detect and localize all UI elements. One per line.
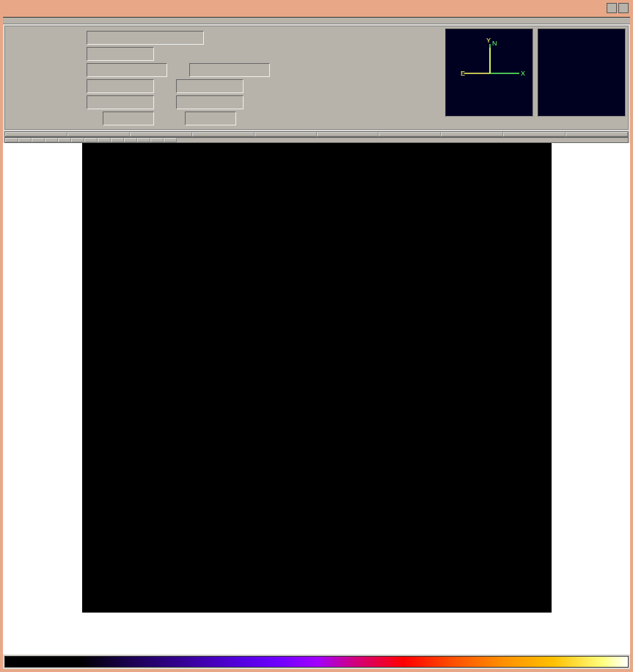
btn-zoom[interactable] [317, 132, 379, 136]
info-panel: N E Y X [4, 26, 629, 130]
btn-log[interactable] [18, 138, 32, 142]
physical-y [176, 79, 244, 93]
button-bar-scale [4, 137, 629, 143]
image-y [176, 95, 244, 109]
btn-zscale[interactable] [150, 138, 164, 142]
btn-blank[interactable] [255, 132, 317, 136]
compass-x: X [521, 70, 525, 77]
title-bar [3, 3, 630, 18]
image-display-area[interactable] [3, 143, 630, 654]
colorbar[interactable] [4, 656, 629, 668]
btn-file[interactable] [5, 132, 67, 136]
panner-thumbnail[interactable]: N E Y X [445, 29, 533, 117]
btn-wcs[interactable] [566, 132, 628, 136]
pixel-value [87, 47, 154, 61]
btn-squared[interactable] [32, 138, 45, 142]
magnifier-thumbnail[interactable] [538, 29, 626, 117]
image-x [87, 95, 154, 109]
btn-view[interactable] [130, 132, 192, 136]
compass-n: N [492, 40, 497, 47]
file-value [87, 31, 204, 45]
btn-edit[interactable] [67, 132, 130, 136]
btn-frame[interactable] [192, 132, 255, 136]
compass-y: Y [486, 37, 491, 44]
button-bar-main [4, 131, 629, 137]
btn-995[interactable] [84, 138, 98, 142]
btn-scale[interactable] [378, 132, 441, 136]
btn-95[interactable] [124, 138, 137, 142]
zoom-value [103, 112, 154, 125]
dec-value [189, 63, 270, 77]
ang-value [185, 112, 236, 125]
btn-98[interactable] [111, 138, 124, 142]
physical-x [87, 79, 154, 93]
maximize-button[interactable] [618, 3, 629, 13]
minimize-button[interactable] [607, 3, 617, 13]
btn-histequ[interactable] [58, 138, 71, 142]
ra-value [87, 63, 167, 77]
btn-region[interactable] [503, 132, 566, 136]
btn-linear[interactable] [5, 138, 18, 142]
btn-user[interactable] [164, 138, 177, 142]
btn-minmax[interactable] [71, 138, 84, 142]
btn-99[interactable] [98, 138, 111, 142]
btn-90[interactable] [137, 138, 150, 142]
btn-sqrt[interactable] [45, 138, 58, 142]
menu-bar [3, 18, 630, 24]
btn-color[interactable] [441, 132, 503, 136]
fits-image-canvas[interactable] [82, 143, 552, 613]
